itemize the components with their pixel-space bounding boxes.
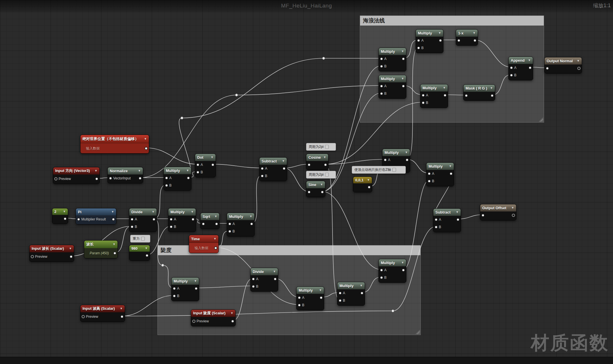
dropdown-caret-icon[interactable]: ▼ bbox=[214, 237, 216, 240]
input-pin-mulDir-1[interactable] bbox=[165, 184, 168, 187]
node-mulA[interactable]: Multiply▼AB bbox=[378, 48, 406, 71]
input-pin-divide1-0[interactable] bbox=[130, 218, 134, 221]
node-header[interactable]: Time▼ bbox=[189, 235, 218, 243]
node-header[interactable]: Append▼ bbox=[509, 57, 533, 64]
output-pin-inWaveHeight-0[interactable] bbox=[120, 315, 124, 318]
dropdown-caret-icon[interactable]: ▼ bbox=[401, 50, 404, 53]
dropdown-caret-icon[interactable]: ▼ bbox=[401, 261, 404, 264]
input-pin-divide2-1[interactable] bbox=[252, 285, 255, 288]
input-pin-mulA-1[interactable] bbox=[380, 65, 383, 68]
dropdown-caret-icon[interactable]: ▼ bbox=[144, 138, 147, 140]
output-pin-inSteepness-0[interactable] bbox=[231, 320, 234, 323]
node-subtract2[interactable]: Subtract▼AB bbox=[433, 208, 461, 232]
node-dot[interactable]: Dot▼AB bbox=[195, 154, 216, 177]
output-pin-vec001-0[interactable] bbox=[368, 186, 371, 189]
dropdown-caret-icon[interactable]: ▼ bbox=[111, 210, 114, 213]
output-pin-mulS2-0[interactable] bbox=[320, 296, 323, 299]
node-header[interactable]: Subtract▼ bbox=[433, 209, 461, 216]
dropdown-caret-icon[interactable]: ▼ bbox=[367, 179, 370, 181]
dropdown-caret-icon[interactable]: ▼ bbox=[214, 215, 217, 218]
dropdown-caret-icon[interactable]: ▼ bbox=[320, 183, 323, 186]
input-pin-subtract2-1[interactable] bbox=[435, 226, 438, 229]
dropdown-caret-icon[interactable]: ▼ bbox=[69, 247, 72, 250]
node-header[interactable]: 0,0,1▼ bbox=[353, 177, 372, 183]
output-pin-mulS1-0[interactable] bbox=[195, 287, 198, 290]
node-mask[interactable]: Mask ( R G )▼ bbox=[463, 84, 495, 101]
input-pin-inSteepness-0[interactable] bbox=[192, 320, 195, 323]
input-pin-normalize-0[interactable] bbox=[109, 177, 112, 180]
dropdown-caret-icon[interactable]: ▼ bbox=[473, 32, 476, 34]
node-g980[interactable]: 980▼ bbox=[129, 245, 150, 261]
output-pin-mulDir-0[interactable] bbox=[187, 177, 190, 180]
dropdown-caret-icon[interactable]: ▼ bbox=[438, 32, 441, 34]
input-pin-mulS1-1[interactable] bbox=[173, 295, 176, 298]
node-header[interactable]: Multiply▼ bbox=[297, 287, 324, 294]
node-header[interactable]: Normalize▼ bbox=[108, 167, 143, 175]
input-pin-mulZ-0[interactable] bbox=[428, 172, 431, 175]
node-inWavelength[interactable]: Input 波长 (Scalar)▼Preview bbox=[29, 245, 74, 262]
output-pin-mulA-0[interactable] bbox=[402, 57, 405, 61]
node-header[interactable]: Input 波长 (Scalar)▼ bbox=[30, 245, 74, 252]
input-pin-divide2-0[interactable] bbox=[252, 278, 255, 281]
node-header[interactable]: Input 陡度 (Scalar)▼ bbox=[191, 310, 235, 317]
node-header[interactable]: Multiply▼ bbox=[420, 84, 448, 92]
node-header[interactable]: Mask ( R G )▼ bbox=[464, 85, 495, 92]
node-mulOmega[interactable]: Multiply▼AB bbox=[227, 213, 255, 237]
node-comment-bubble-b3[interactable]: 使顶点动画只执行在Z轴 bbox=[352, 166, 406, 174]
output-pin-mulD-0[interactable] bbox=[443, 94, 447, 97]
node-inDir[interactable]: Input 方向 (Vector3)▼Preview bbox=[53, 167, 100, 184]
node-divide2[interactable]: Divide▼AB bbox=[250, 268, 278, 292]
dropdown-caret-icon[interactable]: ▼ bbox=[211, 156, 214, 159]
node-time[interactable]: Time▼输入数据 bbox=[189, 235, 219, 253]
output-pin-two-0[interactable] bbox=[64, 217, 67, 220]
node-header[interactable]: Input 波高 (Scalar)▼ bbox=[80, 305, 125, 312]
input-pin-outOffset-0[interactable] bbox=[481, 214, 485, 217]
node-header[interactable]: Dot▼ bbox=[195, 154, 216, 161]
node-mulS3[interactable]: Multiply▼AB bbox=[337, 282, 365, 306]
dropdown-caret-icon[interactable]: ▼ bbox=[401, 77, 404, 80]
node-two[interactable]: 2▼ bbox=[52, 208, 68, 224]
input-pin-mulC-0[interactable] bbox=[380, 85, 383, 88]
input-pin-cosine-0[interactable] bbox=[308, 163, 311, 166]
output-pin-normalize-0[interactable] bbox=[139, 177, 142, 180]
reroute-dot[interactable] bbox=[392, 310, 394, 312]
node-header[interactable]: Multiply▼ bbox=[379, 48, 406, 55]
node-vec001[interactable]: 0,0,1▼ bbox=[353, 177, 372, 192]
node-header[interactable]: Cosine▼ bbox=[306, 154, 328, 161]
output-pin-mulS3-0[interactable] bbox=[360, 292, 364, 295]
input-pin-mulD-0[interactable] bbox=[422, 94, 425, 97]
node-comment-bubble-b4[interactable]: 重力 bbox=[130, 235, 150, 243]
output-pin-g980-0[interactable] bbox=[145, 254, 149, 257]
node-subtract1[interactable]: Subtract▼AB bbox=[259, 157, 287, 181]
output-pin-cosine-0[interactable] bbox=[324, 163, 327, 166]
node-normalize[interactable]: Normalize▼VectorInput bbox=[107, 167, 143, 183]
node-header[interactable]: Output Normal▼ bbox=[545, 57, 582, 65]
output-pin-outNormal-0[interactable] bbox=[577, 67, 581, 70]
node-sine[interactable]: Sine▼ bbox=[306, 181, 325, 197]
node-comment-bubble-b1[interactable]: 周期为2pi bbox=[306, 143, 336, 151]
node-comment-bubble-b2[interactable]: 周期为2pi bbox=[306, 171, 336, 179]
input-pin-mulOmega-1[interactable] bbox=[228, 230, 231, 233]
input-pin-mulAmp-1[interactable] bbox=[380, 276, 383, 279]
node-sqrt[interactable]: Sqrt▼ bbox=[200, 213, 220, 229]
output-pin-inWavelength-0[interactable] bbox=[70, 255, 73, 258]
dropdown-caret-icon[interactable]: ▼ bbox=[249, 215, 252, 218]
node-pi[interactable]: Pi▼Multiplier Result bbox=[76, 208, 116, 224]
node-divide1[interactable]: Divide▼AB bbox=[129, 208, 157, 232]
node-outNormal[interactable]: Output Normal▼ bbox=[544, 57, 582, 73]
node-mulC[interactable]: Multiply▼AB bbox=[378, 75, 406, 99]
input-pin-mulZ-1[interactable] bbox=[428, 180, 431, 183]
node-append[interactable]: Append▼AB bbox=[508, 57, 533, 80]
input-pin-mulB-0[interactable] bbox=[417, 39, 420, 42]
node-header[interactable]: Divide▼ bbox=[129, 208, 157, 216]
input-pin-oneMinus-0[interactable] bbox=[457, 39, 460, 42]
input-pin-sine-0[interactable] bbox=[308, 191, 311, 194]
dropdown-caret-icon[interactable]: ▼ bbox=[323, 156, 326, 159]
dropdown-caret-icon[interactable]: ▼ bbox=[405, 151, 408, 154]
node-header[interactable]: Multiply▼ bbox=[379, 75, 406, 82]
dropdown-caret-icon[interactable]: ▼ bbox=[319, 289, 322, 292]
dropdown-caret-icon[interactable]: ▼ bbox=[449, 165, 452, 168]
input-pin-pi-0[interactable] bbox=[77, 218, 80, 221]
output-pin-time-0[interactable] bbox=[214, 247, 217, 250]
output-pin-mask-0[interactable] bbox=[491, 94, 494, 97]
